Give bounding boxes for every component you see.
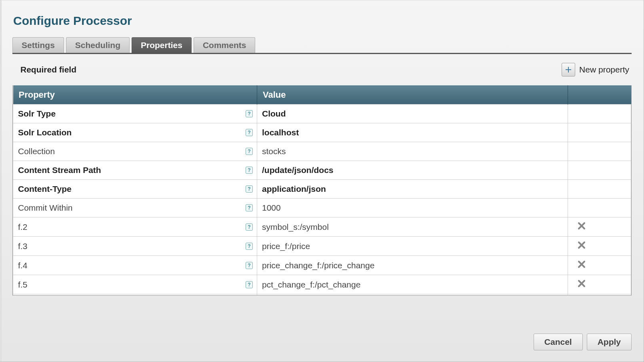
help-icon[interactable]: ? (246, 110, 253, 117)
tab-comments[interactable]: Comments (194, 37, 256, 53)
property-action-cell (568, 275, 631, 294)
dialog-title: Configure Processor (0, 0, 644, 28)
delete-icon[interactable] (577, 242, 586, 251)
help-icon[interactable]: ? (246, 148, 253, 155)
table-row: f.4?price_change_f:/price_change (13, 256, 631, 275)
property-action-cell (568, 161, 631, 180)
panel-header-row: Required field New property (12, 54, 632, 85)
property-name-text: Content-Type (18, 184, 72, 193)
table-row: f.6?timestamp_dt:/fixed_ts (13, 294, 631, 296)
property-value-text: application/json (262, 184, 326, 193)
property-name-cell[interactable]: Collection? (13, 142, 257, 161)
cancel-button[interactable]: Cancel (534, 334, 583, 350)
property-value-cell[interactable]: pct_change_f:/pct_change (257, 275, 568, 294)
property-action-cell (568, 142, 631, 161)
table-row: f.5?pct_change_f:/pct_change (13, 275, 631, 294)
property-action-cell (568, 199, 631, 217)
left-edge-decor (0, 0, 2, 362)
property-name-text: f.5 (18, 280, 27, 289)
property-value-text: price_f:/price (262, 241, 310, 251)
property-name-text: Solr Location (18, 128, 72, 137)
property-name-cell[interactable]: f.4? (13, 256, 257, 275)
property-action-cell (568, 256, 631, 275)
header-action (568, 86, 631, 105)
delete-icon[interactable] (577, 223, 586, 232)
property-value-cell[interactable]: /update/json/docs (257, 161, 568, 180)
property-action-cell (568, 180, 631, 199)
properties-table-container: Property Value Solr Type?CloudSolr Locat… (12, 85, 632, 296)
property-value-text: localhost (262, 128, 299, 137)
tab-properties[interactable]: Properties (132, 37, 192, 53)
property-value-cell[interactable]: timestamp_dt:/fixed_ts (257, 294, 568, 296)
table-row: Solr Type?Cloud (13, 105, 631, 123)
property-value-text: price_change_f:/price_change (262, 261, 374, 270)
delete-icon[interactable] (577, 261, 586, 271)
property-value-cell[interactable]: symbol_s:/symbol (257, 217, 568, 237)
required-field-label: Required field (20, 65, 76, 74)
help-icon[interactable]: ? (246, 185, 253, 193)
property-value-cell[interactable]: Cloud (257, 105, 568, 123)
property-value-text: 1000 (262, 203, 281, 212)
tab-bar: Settings Scheduling Properties Comments (12, 37, 632, 54)
help-icon[interactable]: ? (246, 281, 253, 288)
property-name-text: f.4 (18, 261, 27, 270)
new-property-button[interactable]: New property (562, 63, 632, 76)
property-name-text: Collection (18, 147, 55, 156)
plus-icon (562, 63, 575, 76)
properties-table: Property Value Solr Type?CloudSolr Locat… (13, 85, 631, 296)
table-row: Solr Location?localhost (13, 123, 631, 142)
help-icon[interactable]: ? (246, 243, 253, 250)
property-value-cell[interactable]: price_change_f:/price_change (257, 256, 568, 275)
table-row: f.2?symbol_s:/symbol (13, 217, 631, 237)
property-value-cell[interactable]: price_f:/price (257, 237, 568, 256)
property-action-cell (568, 105, 631, 123)
property-name-text: Content Stream Path (18, 165, 101, 175)
help-icon[interactable]: ? (246, 204, 253, 211)
property-action-cell (568, 294, 631, 296)
property-value-cell[interactable]: application/json (257, 180, 568, 199)
properties-panel: Required field New property Property Val… (12, 54, 632, 296)
property-value-text: stocks (262, 147, 286, 156)
property-value-text: Cloud (262, 109, 286, 118)
property-name-cell[interactable]: f.6? (13, 294, 257, 296)
configure-processor-dialog: Configure Processor Settings Scheduling … (0, 0, 644, 362)
delete-icon[interactable] (577, 281, 586, 290)
tab-scheduling[interactable]: Scheduling (66, 37, 130, 53)
property-value-cell[interactable]: 1000 (257, 199, 568, 217)
property-action-cell (568, 217, 631, 237)
property-action-cell (568, 237, 631, 256)
property-name-text: Commit Within (18, 203, 73, 212)
apply-button[interactable]: Apply (587, 334, 632, 350)
property-name-text: f.2 (18, 222, 27, 231)
property-name-cell[interactable]: Content Stream Path? (13, 161, 257, 180)
property-name-cell[interactable]: f.5? (13, 275, 257, 294)
table-row: Content-Type?application/json (13, 180, 631, 199)
property-name-cell[interactable]: f.2? (13, 217, 257, 237)
property-value-text: pct_change_f:/pct_change (262, 280, 360, 289)
help-icon[interactable]: ? (246, 262, 253, 269)
tab-settings[interactable]: Settings (12, 37, 64, 53)
property-name-cell[interactable]: Content-Type? (13, 180, 257, 199)
property-name-text: Solr Type (18, 109, 56, 118)
property-name-cell[interactable]: Solr Type? (13, 105, 257, 123)
property-name-cell[interactable]: Solr Location? (13, 123, 257, 142)
help-icon[interactable]: ? (246, 223, 253, 231)
help-icon[interactable]: ? (246, 167, 253, 174)
property-name-cell[interactable]: Commit Within? (13, 199, 257, 217)
table-row: Commit Within?1000 (13, 199, 631, 217)
property-value-text: /update/json/docs (262, 165, 334, 175)
header-property: Property (13, 86, 257, 105)
table-header-row: Property Value (13, 86, 631, 105)
property-name-cell[interactable]: f.3? (13, 237, 257, 256)
new-property-label: New property (579, 65, 629, 74)
table-row: Collection?stocks (13, 142, 631, 161)
help-icon[interactable]: ? (246, 129, 253, 136)
property-value-cell[interactable]: localhost (257, 123, 568, 142)
property-value-text: symbol_s:/symbol (262, 222, 329, 231)
property-name-text: f.3 (18, 241, 27, 251)
header-value: Value (257, 86, 568, 105)
property-action-cell (568, 123, 631, 142)
table-row: f.3?price_f:/price (13, 237, 631, 256)
dialog-footer: Cancel Apply (534, 334, 632, 350)
property-value-cell[interactable]: stocks (257, 142, 568, 161)
